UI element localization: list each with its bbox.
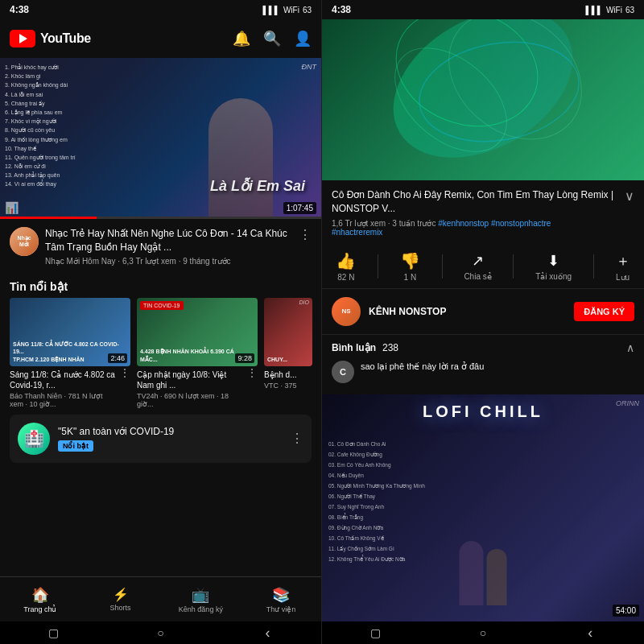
channel-badge: ĐNT — [302, 63, 317, 71]
subscribe-button[interactable]: ĐĂNG KÝ — [574, 302, 634, 321]
couple-figure — [460, 541, 507, 605]
comment-avatar: C — [332, 361, 354, 383]
featured-avatar: 🏥 — [18, 423, 50, 455]
sys-circle-btn[interactable]: ○ — [153, 625, 169, 641]
lofi-video-thumbnail[interactable]: LOFI CHILL 01. Cô Đơn Dành Cho Ai 02. Ca… — [322, 394, 644, 621]
featured-title: "5K" an toàn với COVID-19 — [58, 426, 283, 437]
news-card-2[interactable]: TIN COVID-19 4.428 BỆNH NHÂN KHOẢI 6.390… — [137, 298, 258, 408]
news-row: SÁNG 11/8: CẢ NƯỚC 4.802 CA COVID-19...T… — [0, 298, 321, 408]
download-button[interactable]: ⬇ Tải xuống — [535, 252, 572, 281]
sys-back-btn[interactable]: ‹ — [260, 625, 276, 641]
song-item: 5. Chàng trai ấy — [5, 99, 76, 108]
views-icon: 📊 — [5, 201, 19, 214]
youtube-header: YouTube 🔔 🔍 👤 — [0, 19, 321, 58]
news-text-2: 4.428 BỆNH NHÂN KHOẢI 6.390 CÁ MẮC... — [140, 348, 249, 362]
sys-square-btn[interactable]: ▢ — [46, 625, 62, 641]
channel-avatar: NhạcMới — [10, 227, 39, 256]
figure-1 — [460, 541, 484, 605]
featured-more-icon[interactable]: ⋮ — [291, 431, 303, 446]
news-thumb-3: DIO CHUY... — [264, 298, 312, 366]
right-sys-back-btn[interactable]: ‹ — [582, 625, 598, 641]
news-badge-2: TIN COVID-19 — [140, 301, 184, 310]
dislike-count: 1 N — [404, 273, 417, 282]
save-button[interactable]: ＋ Lưu — [616, 251, 630, 282]
like-button[interactable]: 👍 82 N — [336, 251, 356, 282]
right-sys-square-btn[interactable]: ▢ — [368, 625, 384, 641]
home-label: Trang chủ — [23, 605, 56, 613]
channel-name: Nhạc Mới Hôm Nay — [45, 257, 116, 266]
deco-svg — [322, 19, 644, 180]
news-text-1: SÁNG 11/8: CẢ NƯỚC 4.802 CA COVID-19...T… — [13, 341, 122, 362]
nav-shorts[interactable]: ⚡ Shorts — [80, 587, 161, 612]
main-video-thumbnail[interactable]: 1. Phải khóc hay cười 2. Khóc làm gì 3. … — [0, 58, 321, 219]
comment-avatar-letter: C — [340, 367, 346, 377]
news-title-3: Bệnh d... — [264, 369, 312, 380]
search-icon[interactable]: 🔍 — [263, 30, 281, 47]
song-item: 9. Ai thốt lòng thương em — [5, 135, 76, 144]
lofi-thumb: LOFI CHILL 01. Cô Đơn Dành Cho Ai 02. Ca… — [322, 394, 644, 621]
right-panel: 4:38 ▌▌▌ WiFi 63 Cô Đơn D — [322, 0, 644, 644]
signal-icon: ▌▌▌ — [263, 6, 280, 14]
shorts-icon: ⚡ — [113, 587, 129, 602]
comments-header-row: Bình luận 238 ∧ — [332, 341, 634, 354]
right-sys-circle-btn[interactable]: ○ — [475, 625, 491, 641]
dislike-button[interactable]: 👎 1 N — [400, 251, 420, 282]
right-video-meta: 1,6 Tr lượt xem · 3 tuần trước #kenhnons… — [332, 219, 634, 237]
comments-section: Bình luận 238 ∧ C sao lại phê thế này lờ… — [322, 335, 644, 390]
nav-home[interactable]: 🏠 Trang chủ — [0, 586, 80, 613]
action-divider-2 — [442, 254, 443, 279]
song-item: 6. Lặng lẽ phía sau em — [5, 108, 76, 117]
right-video-info: Cô Đơn Dành Cho Ai Đây Remix, Con Tim Em… — [322, 180, 644, 245]
news-duration-1: 2:46 — [108, 353, 127, 363]
song-item: 14. Vì ai em đổi thay — [5, 180, 76, 188]
lofi-title: LOFI CHILL — [322, 402, 644, 421]
play-triangle — [19, 34, 27, 43]
right-wifi-icon: WiFi — [606, 6, 622, 14]
news-thumb-2: TIN COVID-19 4.428 BỆNH NHÂN KHOẢI 6.390… — [137, 298, 258, 366]
save-label: Lưu — [616, 273, 630, 282]
song-item: 7. Khóc vì một người — [5, 117, 76, 126]
header-icons: 🔔 🔍 👤 — [233, 30, 312, 47]
subscriptions-label: Kênh đăng ký — [179, 605, 223, 613]
featured-card[interactable]: 🏥 "5K" an toàn với COVID-19 Nổi bật ⋮ — [10, 415, 312, 463]
lofi-duration: 54:00 — [613, 605, 639, 617]
news-card-1[interactable]: SÁNG 11/8: CẢ NƯỚC 4.802 CA COVID-19...T… — [10, 298, 130, 408]
more-options-icon[interactable]: ⋮ — [299, 227, 312, 242]
download-label: Tải xuống — [535, 272, 572, 281]
right-video-thumbnail[interactable] — [322, 19, 644, 180]
video-info-row: NhạcMới Nhạc Trẻ Hay Nhất Nên Nghe Lúc C… — [10, 227, 312, 266]
song-item: 2. Khóc làm gì — [5, 72, 76, 80]
account-icon[interactable]: 👤 — [294, 30, 312, 47]
nav-library[interactable]: 📚 Thư viện — [241, 586, 321, 613]
time-ago: 9 tháng trước — [183, 257, 230, 266]
right-video-title: Cô Đơn Dành Cho Ai Đây Remix, Con Tim Em… — [332, 188, 618, 216]
like-count: 82 N — [337, 273, 354, 282]
youtube-logo-icon — [10, 30, 35, 47]
progress-fill — [0, 217, 97, 219]
main-video-title: Nhạc Trẻ Hay Nhất Nên Nghe Lúc Cô Đơn - … — [45, 227, 292, 254]
library-label: Thư viện — [266, 605, 296, 613]
notification-icon[interactable]: 🔔 — [233, 30, 250, 47]
right-sys-nav: ▢ ○ ‹ — [322, 621, 644, 644]
news-card-3[interactable]: DIO CHUY... Bệnh d... VTC · 375 — [264, 298, 312, 408]
news-more-1[interactable]: ⋮ — [119, 366, 130, 379]
dislike-icon: 👎 — [400, 251, 420, 270]
lofi-channel-badge: ORINN — [616, 399, 639, 407]
lofi-tracklist: 01. Cô Đơn Dành Cho Ai 02. Cafe Không Đư… — [328, 439, 425, 564]
view-count-right: 1,6 Tr lượt xem · 3 tuần trước — [332, 219, 436, 228]
news-title-1: Sáng 11/8: Cả nước 4.802 ca Covid-19, r.… — [10, 369, 116, 390]
comments-chevron[interactable]: ∧ — [626, 341, 634, 354]
channel-avatar-inner: NhạcMới — [10, 227, 39, 256]
news-thumb-1: SÁNG 11/8: CẢ NƯỚC 4.802 CA COVID-19...T… — [10, 298, 130, 366]
song-item: 4. Là lỗi em sai — [5, 90, 76, 99]
left-sys-nav: ▢ ○ ‹ — [0, 621, 321, 644]
subscriptions-icon: 📺 — [192, 586, 209, 604]
share-button[interactable]: ↗ Chia sẻ — [464, 252, 491, 281]
collapse-icon[interactable]: ∨ — [625, 188, 634, 204]
news-more-2[interactable]: ⋮ — [246, 366, 258, 379]
right-signal-icon: ▌▌▌ — [586, 6, 603, 14]
thumbnail-figure — [208, 98, 273, 219]
nav-subscriptions[interactable]: 📺 Kênh đăng ký — [161, 586, 242, 613]
news-text-3: CHUY... — [267, 356, 287, 363]
video-meta: Nhạc Trẻ Hay Nhất Nên Nghe Lúc Cô Đơn - … — [45, 227, 292, 266]
